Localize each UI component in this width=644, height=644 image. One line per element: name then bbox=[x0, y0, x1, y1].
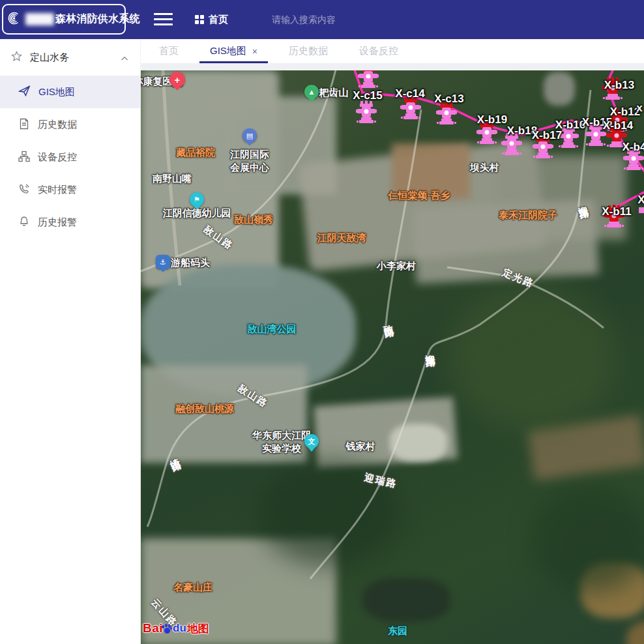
poi-label: 融创敔山桃源 bbox=[175, 402, 234, 415]
search-input[interactable] bbox=[271, 14, 375, 25]
hydrant-label: X-b12 bbox=[610, 106, 640, 119]
hydrant-label-partial: X bbox=[637, 194, 644, 207]
tab-device-control[interactable]: 设备反控 bbox=[344, 39, 414, 63]
map-canvas[interactable]: Bai du 地图 X-c15X-c14X-c13X-b13X-b12X-b19… bbox=[141, 70, 644, 644]
redacted-logo-text bbox=[25, 13, 54, 25]
hydrant-label: X-b4 bbox=[622, 141, 644, 154]
sidebar-item-history-data[interactable]: 历史数据 bbox=[0, 108, 140, 141]
poi-label: 游船码头 bbox=[171, 256, 210, 269]
hydrant-label: X-b16 bbox=[555, 119, 585, 132]
baidu-logo-text: Bai bbox=[143, 621, 163, 636]
poi-label: 南野山嘴 bbox=[153, 172, 192, 185]
sitemap-icon bbox=[18, 151, 30, 164]
tab-history-data[interactable]: 历史数据 bbox=[273, 39, 344, 63]
tab-label: 设备反控 bbox=[359, 45, 398, 57]
tab-label: 首页 bbox=[159, 45, 179, 57]
send-icon bbox=[18, 85, 31, 99]
star-icon bbox=[11, 51, 22, 64]
tab-bar: 首页 GIS地图 × 历史数据 设备反控 bbox=[141, 39, 644, 63]
hydrant-label: X-b11 bbox=[602, 205, 631, 218]
hydrant-label: X-b19 bbox=[477, 113, 507, 126]
baidu-paw-icon bbox=[162, 624, 172, 634]
hydrant-label: X-b13 bbox=[604, 79, 634, 92]
poi-label: 仁恒棠颂·吾乡 bbox=[388, 189, 450, 202]
close-icon[interactable]: × bbox=[252, 47, 257, 56]
tab-home[interactable]: 首页 bbox=[143, 39, 194, 63]
anchor-pin-icon: ⚓ bbox=[156, 255, 170, 269]
sidebar-group-label: 定山水务 bbox=[30, 51, 121, 64]
grid-icon bbox=[195, 15, 204, 24]
poi-label: 华东师大江阴 实验学校 bbox=[252, 429, 311, 456]
poi-label: 名豪山庄 bbox=[173, 581, 212, 594]
baidu-logo-text: du bbox=[173, 622, 186, 635]
bell-icon bbox=[18, 216, 30, 229]
tab-label: 历史数据 bbox=[289, 45, 328, 57]
hospital-pin-icon: + bbox=[169, 72, 185, 87]
tab-label: GIS地图 bbox=[210, 45, 246, 57]
sidebar-item-realtime-alarm[interactable]: 实时报警 bbox=[0, 173, 140, 206]
school-pin-icon: 文 bbox=[304, 434, 319, 448]
sidebar-item-device-control[interactable]: 设备反控 bbox=[0, 141, 140, 173]
sidebar-item-label: 设备反控 bbox=[38, 151, 77, 164]
poi-label: 钱家村 bbox=[346, 440, 375, 453]
map-attribution: Bai du 地图 bbox=[143, 620, 209, 637]
hydrant-marker-unlabeled[interactable] bbox=[357, 70, 379, 91]
sidebar: 定山水务 GIS地图 历史数据 设 bbox=[0, 39, 141, 644]
search-box bbox=[271, 0, 375, 39]
app-title: 森林消防供水系统 bbox=[55, 12, 140, 26]
poi-label: 小李家村 bbox=[377, 259, 416, 272]
poi-label: 泰禾江阴院子 bbox=[499, 209, 557, 222]
hydrant-label: X-c15 bbox=[353, 89, 382, 102]
mountain-pin-icon: ▲ bbox=[304, 85, 319, 99]
hydrant-label: X-c14 bbox=[395, 87, 424, 100]
baidu-map-label: 地图 bbox=[187, 621, 209, 636]
poi-label: 东园 bbox=[388, 624, 407, 637]
topbar-home[interactable]: 首页 bbox=[195, 0, 228, 39]
app-logo: 森林消防供水系统 bbox=[2, 4, 126, 35]
poi-label: 耙齿山 bbox=[319, 86, 349, 99]
menu-toggle-icon[interactable] bbox=[154, 11, 173, 27]
sidebar-group-dingshan[interactable]: 定山水务 bbox=[0, 39, 140, 76]
document-icon bbox=[18, 118, 30, 132]
sidebar-item-gis-map[interactable]: GIS地图 bbox=[0, 76, 140, 108]
poi-label: 敔山嶺秀 bbox=[234, 213, 273, 226]
sidebar-item-label: 历史报警 bbox=[38, 216, 77, 229]
topbar: 森林消防供水系统 首页 bbox=[0, 0, 644, 39]
hydrant-marker-partial bbox=[639, 207, 644, 213]
phone-icon bbox=[18, 183, 30, 197]
poi-label: 江阴天敔湾 bbox=[317, 231, 366, 244]
poi-label: 藏品裕院 bbox=[176, 146, 215, 159]
hydrant-label: X-c13 bbox=[434, 93, 463, 106]
hydrant-label-partial: x bbox=[636, 102, 642, 115]
building-pin-icon: ▤ bbox=[242, 128, 257, 143]
poi-label: 江阴国际 会展中心 bbox=[230, 148, 269, 175]
poi-label: 敔山湾公园 bbox=[248, 323, 297, 336]
home-label: 首页 bbox=[209, 14, 228, 26]
radar-logo-icon bbox=[8, 10, 23, 29]
tabbar-gap bbox=[141, 63, 644, 70]
sidebar-item-label: 实时报警 bbox=[38, 184, 77, 196]
poi-label: 坝头村 bbox=[470, 161, 499, 174]
sidebar-item-history-alarm[interactable]: 历史报警 bbox=[0, 206, 140, 239]
kindergarten-pin-icon: ⚑ bbox=[190, 192, 204, 207]
tab-gis-map[interactable]: GIS地图 × bbox=[194, 39, 273, 63]
hydrant-label: X-b14 bbox=[603, 119, 633, 132]
chevron-up-icon[interactable] bbox=[121, 52, 128, 63]
sidebar-item-label: 历史数据 bbox=[38, 119, 77, 131]
sidebar-item-label: GIS地图 bbox=[38, 86, 75, 98]
